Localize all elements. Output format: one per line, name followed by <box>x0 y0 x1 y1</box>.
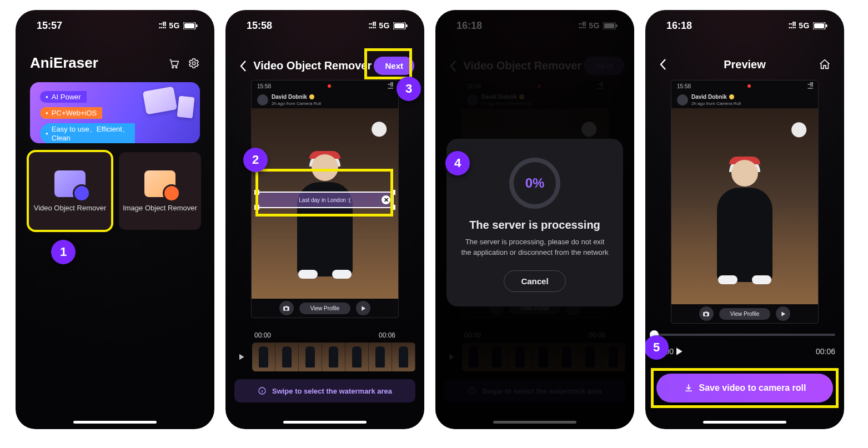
battery-icon <box>183 22 198 29</box>
status-time: 15:58 <box>247 20 272 32</box>
avatar <box>257 94 268 105</box>
save-label: Save video to camera roll <box>699 383 806 393</box>
info-icon <box>258 386 267 395</box>
watermark-selection[interactable]: Last day in London :( ✕ <box>256 192 394 208</box>
inner-signal-icon: ::!! <box>387 81 393 91</box>
cart-icon[interactable] <box>168 57 180 69</box>
svg-point-5 <box>192 62 195 65</box>
processing-modal: 0% The server is processing The server i… <box>446 139 623 306</box>
cancel-button[interactable]: Cancel <box>504 270 565 292</box>
home-icon[interactable] <box>819 58 834 71</box>
tile-image-label: Image Object Remover <box>123 204 197 212</box>
camera-icon[interactable] <box>699 306 714 321</box>
share-icon[interactable] <box>776 306 790 321</box>
svg-rect-7 <box>394 23 404 28</box>
selection-close-icon[interactable]: ✕ <box>382 195 390 204</box>
home-indicator <box>73 421 157 424</box>
app-title: AniEraser <box>30 54 98 72</box>
avatar <box>677 94 688 105</box>
poster-name: David Dobnik <box>272 94 307 100</box>
home-indicator <box>283 421 367 424</box>
record-dot-icon <box>328 84 331 88</box>
scrubber[interactable] <box>654 334 835 336</box>
share-icon[interactable] <box>356 301 370 315</box>
poster-sub: 2h ago from Camera Roll <box>691 101 741 106</box>
camera-icon[interactable] <box>279 301 294 315</box>
step-badge-4: 4 <box>445 151 470 175</box>
screen-preview: 16:18 ::!! 5G Preview 15:58::!! David Do… <box>645 10 844 429</box>
progress-percent: 0% <box>525 175 545 191</box>
status-time: 16:18 <box>666 20 692 32</box>
video-remover-icon <box>54 170 86 197</box>
download-icon <box>684 383 694 393</box>
timeline-play-icon[interactable] <box>234 350 249 364</box>
svg-rect-15 <box>814 23 824 28</box>
verified-icon <box>309 94 314 99</box>
page-title: Video Object Remover <box>251 59 374 72</box>
modal-title: The server is processing <box>461 219 609 231</box>
verified-icon <box>729 94 734 99</box>
tile-image-object-remover[interactable]: Image Object Remover <box>119 152 201 230</box>
step-badge-1: 1 <box>51 240 76 264</box>
video-frame-preview <box>711 160 778 282</box>
time-end: 00:06 <box>379 331 395 339</box>
screen-editor: 15:58 ::!! 5G Video Object Remover Next … <box>225 10 424 429</box>
battery-icon <box>813 22 827 29</box>
status-bar: 16:18 ::!! 5G <box>645 10 844 41</box>
svg-rect-1 <box>184 23 194 28</box>
view-profile-button[interactable]: View Profile <box>299 303 351 314</box>
timeline-frames[interactable] <box>252 343 415 371</box>
back-button[interactable] <box>235 58 251 74</box>
poster-header: David Dobnik 2h ago from Camera Roll <box>252 92 398 108</box>
inner-status-time: 15:58 <box>257 83 271 89</box>
svg-rect-16 <box>826 24 827 27</box>
home-indicator <box>703 421 786 424</box>
video-canvas[interactable]: 15:58::!! David Dobnik2h ago from Camera… <box>671 80 819 324</box>
video-canvas[interactable]: 15:58 ::!! David Dobnik 2h ago from Came… <box>251 80 399 318</box>
network-label: 5G <box>169 21 180 30</box>
screen-home: 15:57 ::!! 5G AniEraser AI Power PC+Web+… <box>16 10 214 429</box>
signal-icon: ::!! <box>368 21 375 31</box>
screen-processing: 16:18 ::!! 5G Video Object Remover Next … <box>435 10 634 429</box>
hint-bar: Swipe to select the watermark area <box>234 379 415 402</box>
signal-icon: ::!! <box>158 21 165 31</box>
modal-body: The server is processing, please do not … <box>461 237 609 258</box>
view-profile-button[interactable]: View Profile <box>719 308 771 320</box>
step-badge-2: 2 <box>243 148 268 172</box>
status-bar: 15:57 ::!! 5G <box>16 10 214 41</box>
preview-controls: 00:00 00:06 <box>654 334 835 357</box>
svg-point-4 <box>175 67 177 68</box>
promo-pill-3: Easy to use、Efficient、 Clean <box>40 123 135 143</box>
battery-icon <box>393 22 408 29</box>
svg-point-3 <box>172 67 174 68</box>
image-remover-icon <box>144 170 175 197</box>
save-button[interactable]: Save video to camera roll <box>656 374 833 402</box>
settings-icon[interactable] <box>188 57 200 69</box>
record-dot-icon <box>747 84 751 88</box>
video-frame-preview <box>292 154 358 276</box>
tile-video-object-remover[interactable]: Video Object Remover <box>29 152 111 230</box>
status-bar: 15:58 ::!! 5G <box>225 10 424 41</box>
next-button[interactable]: Next <box>374 57 414 75</box>
step-badge-3: 3 <box>397 77 421 101</box>
status-time: 15:57 <box>37 20 62 32</box>
play-button[interactable] <box>674 346 816 357</box>
network-label: 5G <box>379 21 390 30</box>
svg-rect-8 <box>406 24 408 27</box>
tile-video-label: Video Object Remover <box>34 204 107 212</box>
watermark-caption: Last day in London :( <box>299 197 350 203</box>
network-label: 5G <box>799 21 810 30</box>
progress-ring: 0% <box>509 158 560 209</box>
signal-icon: ::!! <box>788 21 795 31</box>
timeline[interactable]: 00:00 00:06 <box>234 331 415 371</box>
inner-status-time: 15:58 <box>677 83 691 89</box>
promo-pill-2: PC+Web+iOS <box>40 107 102 119</box>
promo-banner[interactable]: AI Power PC+Web+iOS Easy to use、Efficien… <box>30 82 200 143</box>
poster-sub: 2h ago from Camera Roll <box>272 101 321 106</box>
time-end: 00:06 <box>816 347 835 356</box>
time-start: 00:00 <box>254 331 271 339</box>
poster-header: David Dobnik2h ago from Camera Roll <box>671 92 818 108</box>
svg-rect-2 <box>196 24 198 27</box>
back-button[interactable] <box>655 57 671 72</box>
promo-pill-1: AI Power <box>40 91 87 103</box>
